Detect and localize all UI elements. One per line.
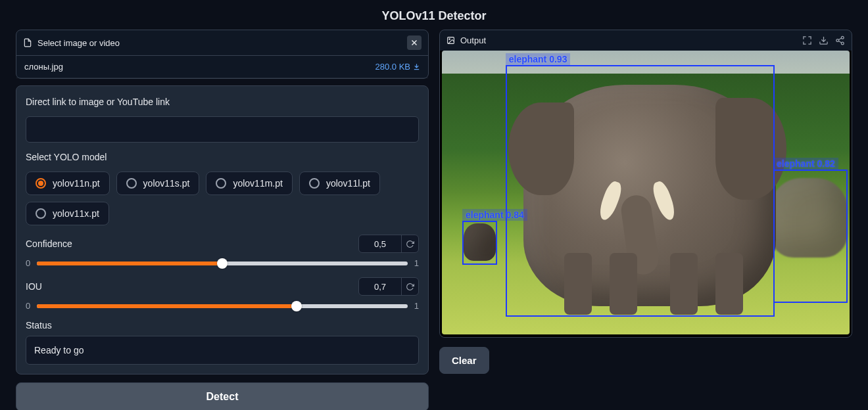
file-icon — [23, 38, 32, 47]
confidence-min: 0 — [26, 258, 30, 268]
detection-label: elephant 0.93 — [506, 53, 571, 65]
radio-dot-icon — [36, 208, 46, 219]
detection-box: elephant 0.84 — [462, 221, 497, 265]
confidence-value-input[interactable] — [359, 235, 401, 252]
model-label: Select YOLO model — [26, 152, 419, 162]
iou-value-input[interactable] — [359, 278, 401, 295]
iou-slider-block: IOU 0 1 — [26, 277, 419, 311]
model-option-label: yolov11x.pt — [53, 208, 99, 219]
model-option-label: yolov11s.pt — [143, 178, 190, 189]
uploaded-file-name: слоны.jpg — [24, 62, 63, 72]
clear-button[interactable]: Clear — [439, 347, 489, 374]
link-input[interactable] — [26, 116, 419, 143]
svg-point-7 — [841, 36, 844, 39]
detection-label: elephant 0.84 — [462, 209, 527, 221]
model-option-yolov11l-pt[interactable]: yolov11l.pt — [299, 171, 380, 195]
iou-label: IOU — [26, 281, 42, 292]
model-option-label: yolov11m.pt — [233, 178, 282, 189]
detection-label: elephant 0.82 — [773, 158, 838, 170]
link-label: Direct link to image or YouTube link — [26, 97, 419, 107]
iou-min: 0 — [26, 301, 30, 311]
svg-line-10 — [838, 41, 841, 43]
svg-point-9 — [841, 42, 844, 45]
detection-box: elephant 0.82 — [773, 170, 848, 303]
file-panel: Select image or video слоны.jpg 280.0 KB — [16, 30, 429, 79]
model-option-label: yolov11l.pt — [326, 178, 370, 189]
output-panel: Output — [439, 30, 852, 338]
model-radio-group: yolov11n.ptyolov11s.ptyolov11m.ptyolov11… — [26, 171, 419, 225]
model-option-yolov11m-pt[interactable]: yolov11m.pt — [206, 171, 292, 195]
detect-button[interactable]: Detect — [16, 382, 429, 410]
download-icon — [413, 63, 420, 70]
output-image: elephant 0.93elephant 0.82elephant 0.84 — [442, 51, 850, 334]
model-option-yolov11x-pt[interactable]: yolov11x.pt — [26, 202, 109, 225]
status-label: Status — [26, 320, 419, 330]
file-picker-label: Select image or video — [37, 38, 120, 48]
share-icon[interactable] — [835, 35, 845, 45]
radio-dot-icon — [309, 178, 320, 189]
confidence-slider-block: Confidence 0 1 — [26, 235, 419, 268]
detection-box: elephant 0.93 — [506, 65, 775, 316]
fullscreen-icon[interactable] — [802, 35, 812, 45]
controls-panel: Direct link to image or YouTube link Sel… — [16, 85, 429, 375]
download-output-icon[interactable] — [819, 35, 829, 45]
model-option-label: yolov11n.pt — [53, 178, 100, 189]
confidence-reset-button[interactable] — [401, 235, 418, 252]
output-label: Output — [460, 35, 486, 45]
file-picker[interactable]: Select image or video — [23, 38, 120, 48]
radio-dot-icon — [216, 178, 226, 189]
confidence-slider[interactable] — [37, 262, 408, 265]
svg-point-8 — [836, 39, 839, 42]
radio-dot-icon — [126, 178, 137, 189]
model-option-yolov11s-pt[interactable]: yolov11s.pt — [116, 171, 200, 195]
page-title: YOLOv11 Detector — [0, 0, 868, 30]
svg-point-5 — [449, 39, 450, 40]
svg-line-11 — [838, 38, 841, 40]
iou-reset-button[interactable] — [401, 278, 418, 295]
model-option-yolov11n-pt[interactable]: yolov11n.pt — [26, 171, 110, 195]
uploaded-file-row: слоны.jpg 280.0 KB — [16, 56, 428, 78]
iou-max: 1 — [414, 301, 419, 311]
file-clear-button[interactable] — [407, 35, 422, 50]
image-icon — [446, 36, 455, 45]
confidence-max: 1 — [414, 258, 419, 268]
iou-slider[interactable] — [37, 304, 408, 308]
confidence-label: Confidence — [26, 239, 72, 249]
status-value: Ready to go — [26, 336, 419, 365]
radio-dot-icon — [36, 178, 46, 189]
uploaded-file-size[interactable]: 280.0 KB — [375, 62, 421, 72]
